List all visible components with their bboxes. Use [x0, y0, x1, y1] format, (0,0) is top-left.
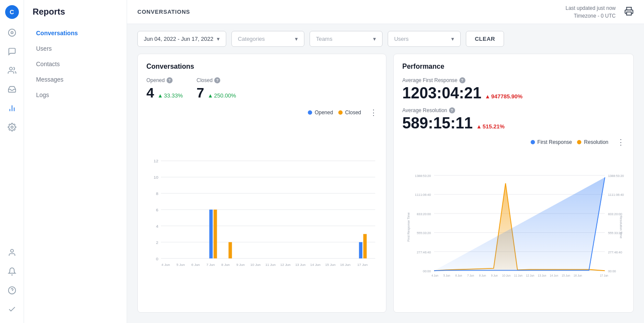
svg-text:8: 8 [156, 191, 158, 196]
svg-text:10 Jun: 10 Jun [250, 263, 261, 267]
categories-chevron: ▾ [295, 36, 298, 42]
opened-dot [308, 110, 312, 115]
svg-rect-10 [627, 12, 632, 15]
svg-text:15 Jun: 15 Jun [325, 263, 335, 267]
avg-first-response-stat: Average First Response ? 1203:04:21 ▲ 94… [402, 77, 625, 102]
bar-chart-svg: 12 10 8 6 4 2 0 [146, 121, 377, 304]
bar-closed-17jun [363, 234, 367, 259]
svg-text:2: 2 [156, 240, 158, 245]
last-updated: Last updated just now Timezone - 0 UTC [565, 4, 616, 20]
user-bottom-icon[interactable] [3, 244, 21, 261]
svg-text:1388:53:20: 1388:53:20 [415, 174, 431, 178]
svg-text:17 Jun: 17 Jun [600, 274, 608, 277]
bar-closed-7jun [213, 210, 217, 259]
svg-text:11 Jun: 11 Jun [514, 274, 522, 277]
inbox-icon[interactable] [3, 81, 21, 98]
svg-text:6: 6 [156, 207, 158, 212]
teams-filter[interactable]: Teams ▾ [310, 31, 383, 47]
bar-opened-17jun [359, 242, 362, 259]
svg-text:15 Jun: 15 Jun [562, 274, 570, 277]
svg-point-2 [9, 67, 12, 70]
conversations-icon[interactable] [3, 43, 21, 60]
first-response-change: ▲ 947785.90% [485, 93, 522, 100]
nav-item-messages[interactable]: Messages [27, 72, 123, 87]
main-content: CONVERSATIONS Last updated just now Time… [127, 0, 644, 323]
svg-point-6 [11, 126, 13, 128]
print-icon[interactable] [624, 6, 634, 18]
closed-change: ▲ 250.00% [208, 92, 236, 99]
conversations-card: Conversations Opened ? 4 ▲ 33.33% [137, 54, 386, 313]
date-range-chevron: ▾ [217, 36, 220, 42]
svg-text:13 Jun: 13 Jun [295, 263, 306, 267]
line-chart-svg: 1388:53:20 1111:06:40 833:20:00 555:33:2… [402, 150, 625, 304]
svg-text:9 Jun: 9 Jun [236, 263, 245, 267]
chart-more-button[interactable]: ⋮ [370, 108, 377, 117]
svg-text:Resolution Time: Resolution Time [619, 216, 623, 238]
bar-opened-7jun [209, 210, 213, 259]
date-range-filter[interactable]: Jun 04, 2022 - Jun 17, 2022 ▾ [137, 31, 226, 47]
svg-text:277:46:40: 277:46:40 [608, 250, 622, 254]
reports-heading: Reports [24, 7, 127, 25]
svg-text:6 Jun: 6 Jun [191, 263, 200, 267]
legend-opened: Opened [308, 110, 333, 116]
stats-row: Opened ? 4 ▲ 33.33% Closed ? [146, 77, 377, 101]
svg-text:4: 4 [156, 224, 158, 229]
svg-text:4 Jun: 4 Jun [431, 274, 438, 277]
nav-item-users[interactable]: Users [27, 41, 123, 56]
dashboard-icon[interactable] [3, 24, 21, 41]
svg-text:16 Jun: 16 Jun [574, 274, 582, 277]
svg-text:10: 10 [154, 175, 159, 180]
svg-text:1111:06:40: 1111:06:40 [608, 193, 624, 197]
nav-item-conversations[interactable]: Conversations [27, 25, 123, 41]
notification-icon[interactable] [3, 263, 21, 280]
icon-strip: C [0, 0, 24, 323]
avg-resolution-stat: Average Resolution ? 589:15:11 ▲ 515.21% [402, 107, 625, 132]
svg-text:8 Jun: 8 Jun [222, 263, 230, 267]
nav-item-logs[interactable]: Logs [27, 87, 123, 103]
svg-text:8 Jun: 8 Jun [479, 274, 486, 277]
svg-text:14 Jun: 14 Jun [550, 274, 559, 277]
clear-button[interactable]: CLEAR [466, 31, 504, 47]
bar-closed-8jun [228, 242, 232, 259]
topbar: CONVERSATIONS Last updated just now Time… [127, 0, 644, 24]
users-chevron: ▾ [451, 36, 454, 42]
reports-icon[interactable] [3, 100, 21, 117]
legend-closed: Closed [338, 110, 361, 116]
line-chart-container: 1388:53:20 1111:06:40 833:20:00 555:33:2… [402, 150, 625, 304]
conversations-card-title: Conversations [146, 63, 377, 70]
first-response-help-icon: ? [459, 77, 465, 83]
svg-text:4 Jun: 4 Jun [161, 263, 170, 267]
content-area: Conversations Opened ? 4 ▲ 33.33% [127, 54, 644, 323]
perf-chart-more-button[interactable]: ⋮ [617, 137, 625, 147]
nav-item-contacts[interactable]: Contacts [27, 56, 123, 72]
check-icon[interactable] [3, 301, 21, 318]
left-nav: Reports Conversations Users Contacts Mes… [24, 0, 127, 323]
legend-resolution: Resolution [577, 139, 608, 145]
first-response-area [434, 177, 605, 271]
svg-text:7 Jun: 7 Jun [467, 274, 474, 277]
closed-stat: Closed ? 7 ▲ 250.00% [197, 77, 236, 101]
closed-help-icon: ? [214, 77, 220, 83]
categories-filter[interactable]: Categories ▾ [231, 31, 304, 47]
svg-text:10 Jun: 10 Jun [502, 274, 511, 277]
svg-text:13 Jun: 13 Jun [538, 274, 547, 277]
resolution-change: ▲ 515.21% [476, 123, 504, 130]
teams-chevron: ▾ [373, 36, 376, 42]
resolution-help-icon: ? [449, 107, 455, 113]
help-icon[interactable] [3, 282, 21, 299]
avatar[interactable]: C [5, 5, 19, 19]
bar-chart-container: 12 10 8 6 4 2 0 [146, 121, 377, 304]
svg-point-7 [10, 250, 13, 253]
performance-card-title: Performance [402, 63, 625, 70]
legend-first-response: First Response [531, 139, 572, 145]
users-filter[interactable]: Users ▾ [388, 31, 461, 47]
svg-point-1 [11, 32, 13, 34]
settings-icon[interactable] [3, 119, 21, 136]
svg-text:16 Jun: 16 Jun [340, 263, 350, 267]
svg-text:00:00: 00:00 [423, 269, 431, 273]
svg-text:14 Jun: 14 Jun [310, 263, 321, 267]
svg-text:5 Jun: 5 Jun [176, 263, 185, 267]
opened-change: ▲ 33.33% [158, 92, 183, 99]
contacts-icon[interactable] [3, 62, 21, 79]
svg-text:6 Jun: 6 Jun [455, 274, 462, 277]
